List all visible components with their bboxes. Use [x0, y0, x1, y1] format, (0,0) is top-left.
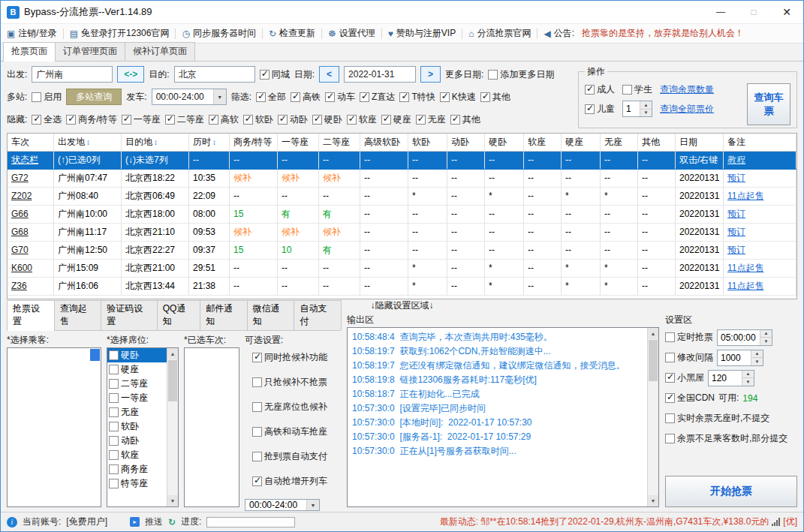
prev-date-button[interactable]: <	[319, 66, 339, 83]
hide-column-option-10[interactable]: 无座	[416, 113, 446, 126]
child-checkbox[interactable]: 儿童	[585, 103, 615, 116]
scroll-down-icon[interactable]: ▼	[167, 495, 178, 506]
no-seat-no-submit-checkbox[interactable]: 实时余票无座时,不提交	[665, 412, 769, 425]
query-price-link[interactable]: 查询全部票价	[660, 103, 714, 116]
train-type-filter-2[interactable]: 动车	[325, 91, 355, 104]
grab-option-1[interactable]: 只抢候补不抢票	[252, 372, 327, 392]
column-header-11[interactable]: 软座	[524, 134, 562, 151]
page-tab-2[interactable]: 候补订单页面	[125, 42, 195, 61]
grab-option-2[interactable]: 无座席位也候补	[252, 397, 327, 417]
train-row[interactable]: G68广州南11:17北京西21:1009:53候补候补候补----------…	[8, 224, 796, 242]
hide-column-option-5[interactable]: 软卧	[243, 113, 273, 126]
partial-submit-checkbox[interactable]: 余票不足乘客数时,部分提交	[665, 432, 787, 445]
hide-column-option-8[interactable]: 软座	[347, 113, 377, 126]
train-type-filter-0[interactable]: 全部	[256, 91, 286, 104]
train-row[interactable]: G66广州南10:00北京西18:0008:0015有有------------…	[8, 206, 796, 224]
column-header-0[interactable]: 车次	[8, 134, 54, 151]
seat-option-4[interactable]: 无座	[107, 405, 167, 419]
settings-tab-3[interactable]: QQ通知	[157, 300, 200, 330]
next-date-button[interactable]: >	[420, 66, 441, 83]
seat-option-7[interactable]: 软座	[107, 448, 167, 462]
toolbar-item-0[interactable]: ▣注销/登录	[7, 27, 57, 40]
blacklist-spinner[interactable]: 120 ▲▼	[708, 370, 754, 386]
column-header-15[interactable]: 日期	[676, 134, 724, 151]
depart-input[interactable]: 广州南	[32, 66, 113, 83]
column-header-5[interactable]: 一等座	[278, 134, 319, 151]
hide-column-option-0[interactable]: 全选	[32, 113, 62, 126]
output-scrollbar[interactable]: ▲ ▼	[647, 328, 658, 506]
hide-column-option-1[interactable]: 商务/特等	[66, 113, 116, 126]
toolbar-item-6[interactable]: ⌂分流抢票官网	[468, 27, 531, 40]
scroll-track[interactable]	[167, 359, 178, 495]
column-header-4[interactable]: 商务/特等	[230, 134, 278, 151]
date-input[interactable]: 2022-01-31	[344, 66, 416, 83]
toolbar-item-2[interactable]: ◷同步服务器时间	[182, 27, 255, 40]
column-header-1[interactable]: 出发地↕	[54, 134, 122, 151]
seat-option-9[interactable]: 特等座	[107, 476, 167, 491]
hide-column-option-7[interactable]: 硬卧	[312, 113, 342, 126]
train-row[interactable]: K600广州15:09北京西21:0029:51--------*--*--**…	[8, 260, 796, 278]
page-tab-0[interactable]: 抢票页面	[3, 42, 56, 62]
toolbar-item-4[interactable]: ☸设置代理	[328, 27, 375, 40]
seat-option-6[interactable]: 动卧	[107, 434, 167, 448]
close-button[interactable]: ✕	[770, 1, 803, 23]
stepper-arrows[interactable]: ▲▼	[760, 330, 772, 345]
scroll-up-icon[interactable]: ▲	[648, 328, 658, 339]
train-type-filter-5[interactable]: K快速	[440, 91, 476, 104]
column-header-7[interactable]: 高级软卧	[360, 134, 408, 151]
query-tickets-button[interactable]: 查询车票	[747, 83, 790, 125]
interval-checkbox[interactable]: 修改间隔	[665, 351, 713, 364]
minimize-button[interactable]: —	[704, 1, 737, 23]
multi-station-enable-checkbox[interactable]: 启用	[32, 91, 62, 104]
column-header-6[interactable]: 二等座	[319, 134, 360, 151]
blacklist-checkbox[interactable]: 小黑屋	[665, 371, 704, 384]
settings-tab-5[interactable]: 微信通知	[247, 300, 295, 330]
timed-grab-time-spinner[interactable]: 05:00:00 ▲▼	[717, 329, 772, 346]
settings-tab-0[interactable]: 抢票设置	[7, 300, 55, 331]
train-type-filter-3[interactable]: Z直达	[360, 91, 395, 104]
swap-stations-button[interactable]: <->	[117, 66, 144, 83]
destination-input[interactable]: 北京	[174, 66, 255, 83]
query-remaining-link[interactable]: 查询余票数量	[660, 83, 714, 96]
seat-scrollbar[interactable]: ▲ ▼	[167, 348, 178, 506]
column-header-2[interactable]: 目的地↕	[122, 134, 189, 151]
selected-trains-list[interactable]	[184, 347, 239, 507]
settings-tab-1[interactable]: 查询起售	[54, 300, 102, 330]
train-row[interactable]: G72广州南07:47北京西18:2210:35候补候补候补----------…	[8, 170, 796, 188]
column-header-12[interactable]: 硬座	[562, 134, 601, 151]
stepper-arrows[interactable]: ▲▼	[742, 371, 754, 386]
scroll-thumb[interactable]	[168, 360, 177, 401]
cdn-checkbox[interactable]: 全国CDN	[665, 392, 715, 404]
train-type-filter-1[interactable]: 高铁	[291, 91, 321, 104]
hide-column-option-2[interactable]: 一等座	[122, 113, 161, 126]
column-header-3[interactable]: 历时↕	[189, 134, 230, 151]
status-row[interactable]: 状态栏(↑)已选0列(↓)未选7列-----------------------…	[8, 152, 796, 170]
toolbar-item-1[interactable]: ▤免登录打开12306官网	[70, 27, 170, 40]
stepper-arrows[interactable]: ▲▼	[751, 350, 763, 365]
hide-column-option-6[interactable]: 动卧	[278, 113, 308, 126]
column-header-10[interactable]: 硬卧	[485, 134, 524, 151]
interval-spinner[interactable]: 1000 ▲▼	[717, 350, 763, 366]
grab-option-3[interactable]: 高铁和动车抢座	[252, 422, 327, 442]
depart-time-select[interactable]: 00:00-24:00 ▼	[152, 89, 227, 105]
push-label[interactable]: 推送	[145, 515, 163, 528]
multi-station-query-button[interactable]: 多站查询	[66, 89, 122, 105]
toolbar-item-3[interactable]: ↻检查更新	[269, 27, 315, 40]
seat-option-8[interactable]: 商务座	[107, 462, 167, 476]
start-grab-button[interactable]: 开始抢票	[665, 476, 797, 507]
seat-option-2[interactable]: 二等座	[107, 377, 167, 391]
child-count-stepper[interactable]: 1 ▲▼	[622, 101, 652, 117]
train-row[interactable]: Z36广州16:06北京西13:4421:38--------*--*--**-…	[8, 278, 796, 296]
seat-option-5[interactable]: 软卧	[107, 419, 167, 434]
grab-time-range-select[interactable]: 00:00-24:00 ▼	[245, 499, 320, 511]
column-header-9[interactable]: 动卧	[447, 134, 485, 151]
stepper-arrows[interactable]: ▲▼	[640, 101, 652, 116]
column-header-16[interactable]: 备注	[724, 134, 796, 151]
toolbar-item-7[interactable]: ◀公告:	[544, 27, 574, 40]
train-type-filter-6[interactable]: 其他	[480, 91, 510, 104]
settings-tab-6[interactable]: 自动支付	[294, 300, 342, 330]
seat-option-1[interactable]: 硬座	[107, 362, 167, 377]
passenger-list[interactable]	[7, 347, 101, 507]
seat-option-0[interactable]: 硬卧	[107, 348, 167, 362]
scroll-track[interactable]	[648, 339, 658, 495]
